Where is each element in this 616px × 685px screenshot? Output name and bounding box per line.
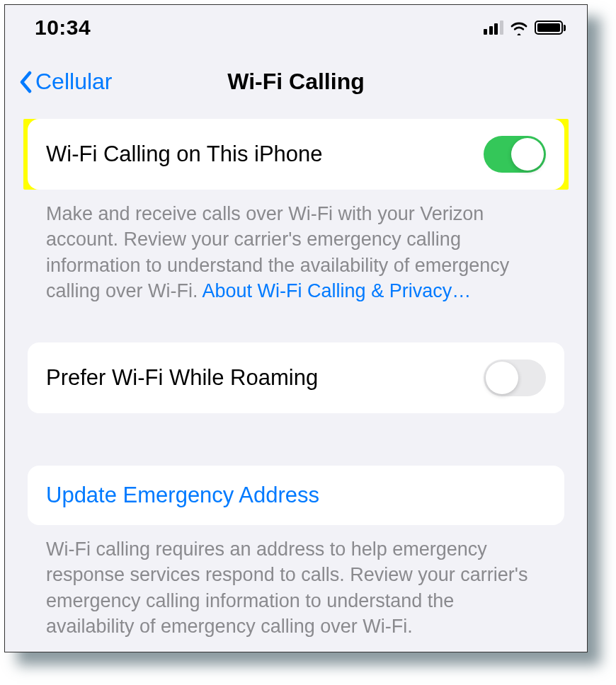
page-title: Wi-Fi Calling — [227, 69, 364, 95]
nav-bar: Cellular Wi-Fi Calling — [5, 47, 587, 119]
prefer-roaming-label: Prefer Wi-Fi While Roaming — [46, 365, 318, 391]
wifi-calling-toggle[interactable] — [484, 136, 546, 173]
update-emergency-address-label: Update Emergency Address — [46, 483, 319, 508]
back-label: Cellular — [35, 69, 112, 95]
cellular-signal-icon — [484, 21, 503, 35]
emergency-address-footer: Wi-Fi calling requires an address to hel… — [28, 525, 564, 640]
wifi-calling-footer: Make and receive calls over Wi-Fi with y… — [28, 190, 564, 304]
settings-screen: 10:34 Cellular Wi — [4, 4, 588, 652]
wifi-calling-label: Wi-Fi Calling on This iPhone — [46, 142, 323, 167]
about-wifi-calling-link[interactable]: About Wi-Fi Calling & Privacy… — [203, 280, 472, 301]
prefer-roaming-row[interactable]: Prefer Wi-Fi While Roaming — [28, 342, 564, 413]
status-icons — [484, 20, 566, 35]
status-time: 10:34 — [35, 16, 91, 40]
chevron-left-icon — [19, 71, 33, 93]
content-area: Wi-Fi Calling on This iPhone Make and re… — [5, 119, 587, 640]
highlighted-row-wrapper: Wi-Fi Calling on This iPhone — [23, 119, 569, 190]
status-bar: 10:34 — [5, 5, 587, 47]
battery-icon — [535, 21, 566, 35]
prefer-roaming-toggle[interactable] — [484, 359, 546, 396]
footer-emergency-text: Wi-Fi calling requires an address to hel… — [46, 539, 527, 637]
wifi-calling-row[interactable]: Wi-Fi Calling on This iPhone — [28, 119, 564, 190]
update-emergency-address-row[interactable]: Update Emergency Address — [28, 466, 564, 525]
wifi-icon — [509, 20, 529, 35]
back-button[interactable]: Cellular — [19, 69, 112, 95]
